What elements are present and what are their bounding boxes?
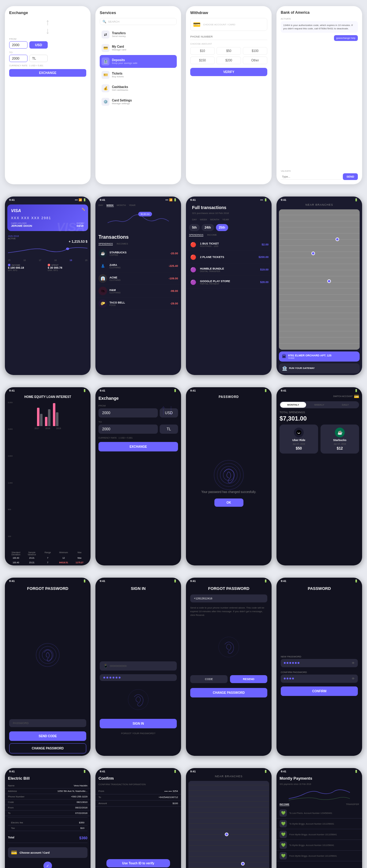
trans-info: TACO BELL FOOD bbox=[110, 301, 168, 306]
battery-8: 🔋 bbox=[355, 389, 358, 392]
password-input[interactable]: PASSWORD bbox=[9, 719, 86, 727]
service-item-card-settings[interactable]: ⚙️ Card Settings Manage settings bbox=[100, 95, 177, 108]
ft-tab-day[interactable]: DAY bbox=[192, 218, 197, 221]
exchange-button[interactable]: EXCHANGE bbox=[9, 69, 86, 77]
resend-button[interactable]: RESEND bbox=[230, 675, 267, 683]
date-25th[interactable]: 25th bbox=[216, 224, 228, 231]
tab-monthly[interactable]: MONTHLY bbox=[280, 402, 306, 408]
bill-field: Code08213610 bbox=[5, 800, 90, 805]
wifi-2: 📶 bbox=[169, 198, 172, 202]
service-item-tickets[interactable]: 🎫 Tickets Buy tickets bbox=[100, 68, 177, 81]
starbucks-date: Jan 07, 2019 bbox=[334, 443, 346, 445]
pay-icon: 💚 bbox=[280, 852, 287, 860]
forgot-link[interactable]: FORGOT YOUR PASSWORD? bbox=[95, 731, 181, 736]
signal-3: ▪▪▪ bbox=[260, 198, 263, 202]
exch-to-cur[interactable]: TL bbox=[160, 425, 178, 434]
type-input[interactable] bbox=[281, 174, 341, 180]
code-button[interactable]: CODE bbox=[190, 675, 228, 683]
password-form: NEW PASSWORD 👁 CONFIRM PASSWORD 👁 CONFIR… bbox=[277, 650, 362, 699]
exch-from-val[interactable]: 2000 bbox=[98, 408, 158, 417]
forgot-dark-title: FORGOT PASSWORD bbox=[186, 583, 272, 593]
tab-week[interactable]: WEEK bbox=[107, 204, 114, 207]
ok-round-button[interactable]: ✓ bbox=[44, 862, 52, 868]
service-item-transfers[interactable]: ⇄ Transfers Send money bbox=[100, 28, 177, 41]
exch-to-val[interactable]: 2000 bbox=[98, 425, 158, 434]
income-tab[interactable]: INCOME bbox=[280, 803, 289, 806]
change-password-button[interactable]: CHANGE PASSWORD bbox=[9, 743, 86, 753]
confirm-pwd-input[interactable]: 👁 bbox=[281, 675, 358, 683]
service-name: My Card bbox=[112, 45, 126, 48]
amount-other[interactable]: Other bbox=[243, 57, 267, 64]
eye-icon-1[interactable]: 👁 bbox=[352, 661, 355, 665]
service-item-my-card[interactable]: 💳 My Card Manage card bbox=[100, 41, 177, 54]
tab-weekly[interactable]: WEEKLY bbox=[306, 402, 332, 408]
password-input-signin[interactable] bbox=[100, 674, 177, 681]
spendings-tab[interactable]: SPENDINGS bbox=[98, 242, 113, 245]
battery-11: 🔋 bbox=[264, 580, 267, 583]
confirm-button[interactable]: CONFIRM bbox=[281, 686, 358, 696]
status-bar-6: 9:41 🔋 bbox=[95, 387, 181, 393]
from-currency[interactable]: USD bbox=[29, 41, 48, 49]
card-icon: 💳 bbox=[193, 21, 201, 28]
tab-month[interactable]: MONTH bbox=[117, 204, 126, 207]
date-24th[interactable]: 24th bbox=[201, 224, 214, 231]
new-pwd-input[interactable]: 👁 bbox=[281, 659, 358, 667]
search-bar[interactable]: 🔍 SEARCH bbox=[100, 18, 177, 25]
pay-icon: 💚 bbox=[280, 820, 287, 827]
time-tabs: DAY WEEK MONTH YEAR bbox=[95, 202, 181, 209]
amount-10[interactable]: $10 bbox=[190, 47, 215, 55]
send-code-button[interactable]: SEND CODE bbox=[9, 732, 86, 741]
ft-income[interactable]: INCOME bbox=[207, 234, 217, 237]
amount-150[interactable]: $150 bbox=[190, 57, 215, 64]
ok-button[interactable]: OK bbox=[215, 498, 244, 507]
service-icon: ⇄ bbox=[102, 31, 110, 38]
tab-year[interactable]: YEAR bbox=[129, 204, 136, 207]
jpasschange-button[interactable]: jpasschange help bbox=[334, 35, 358, 41]
time-16: 9:41 bbox=[281, 770, 286, 773]
battery-14: 🔋 bbox=[173, 770, 177, 773]
eye-icon-2[interactable]: 👁 bbox=[352, 677, 355, 680]
change-pwd-dark-button[interactable]: CHANGE PASSWORD bbox=[190, 688, 267, 698]
pay-icon: 💚 bbox=[280, 831, 287, 838]
row3: 9:41 🔋 HOME EQUITY LOAN INTEREST 6,000 4… bbox=[0, 381, 367, 571]
date-5th[interactable]: 5th bbox=[189, 224, 200, 231]
phone-input-signin[interactable]: 📱 00000000000 bbox=[100, 661, 177, 671]
transfer-tab[interactable]: TRANSFER bbox=[346, 803, 359, 806]
phone-forgot-dark[interactable]: +12612612416 bbox=[190, 594, 267, 602]
time-10: 9:41 bbox=[100, 580, 105, 583]
tab-daily[interactable]: DAILY bbox=[333, 402, 359, 408]
trans-amt-ft: $2.00 bbox=[261, 243, 269, 246]
amount-100[interactable]: $100 bbox=[243, 47, 267, 55]
exch-dark-btn[interactable]: EXCHANGE bbox=[98, 442, 178, 452]
bar-chart: 6,000 4,000 2,000 1,000 500 100 bbox=[5, 400, 90, 550]
from-amount[interactable]: 2000 bbox=[9, 41, 28, 49]
service-name: Deposits bbox=[112, 58, 137, 62]
phone-input[interactable] bbox=[190, 34, 267, 40]
to-amount[interactable]: 2000 bbox=[9, 55, 28, 62]
amount-50[interactable]: $50 bbox=[217, 47, 241, 55]
touch-id-button[interactable]: Use Touch ID to verify bbox=[107, 859, 170, 867]
incomes-tab[interactable]: INCOMES bbox=[116, 242, 128, 245]
sign-in-button[interactable]: SIGN IN bbox=[100, 719, 177, 728]
service-item-deposits[interactable]: 🏦 Deposits Keep your savings safe bbox=[100, 55, 177, 68]
ft-tab-year[interactable]: YEAR bbox=[222, 218, 229, 221]
home-equity-screen: 9:41 🔋 HOME EQUITY LOAN INTEREST 6,000 4… bbox=[5, 387, 90, 565]
to-currency[interactable]: TL bbox=[29, 55, 48, 62]
tab-day[interactable]: DAY bbox=[98, 204, 103, 207]
confirm-title: Confirm bbox=[95, 774, 181, 783]
time-11: 9:41 bbox=[190, 580, 196, 583]
card-select[interactable]: 💳 CHOOSE ACCOUNT / CARD bbox=[190, 18, 267, 31]
ft-tab-month[interactable]: MONTH bbox=[210, 218, 219, 221]
ft-spendings[interactable]: SPENDINGS bbox=[189, 234, 203, 237]
ft-tab-week[interactable]: WEEK bbox=[200, 218, 207, 221]
payment-item: 💚 To Myrtle Briggs. Account Number 10110… bbox=[277, 840, 362, 850]
starbucks-card: ☕ Starbucks Jan 07, 2019 $12 bbox=[320, 425, 359, 454]
switch-account[interactable]: SWITCH ACCOUNT 💳 bbox=[277, 393, 362, 400]
verify-button[interactable]: VERIFY bbox=[190, 68, 267, 76]
edit-icon[interactable]: ✏️ bbox=[81, 208, 85, 211]
amount-200[interactable]: $200 bbox=[217, 57, 241, 64]
send-button[interactable]: SEND bbox=[343, 173, 358, 180]
service-item-cashbacks[interactable]: 💰 Cashbacks Get cashbacks bbox=[100, 82, 177, 95]
near-branches-dark-screen: 9:41 🔋 NEAR BRANCHES 9781 ELMER ORCHARD … bbox=[186, 768, 272, 868]
bar-2019-pink bbox=[53, 403, 55, 426]
